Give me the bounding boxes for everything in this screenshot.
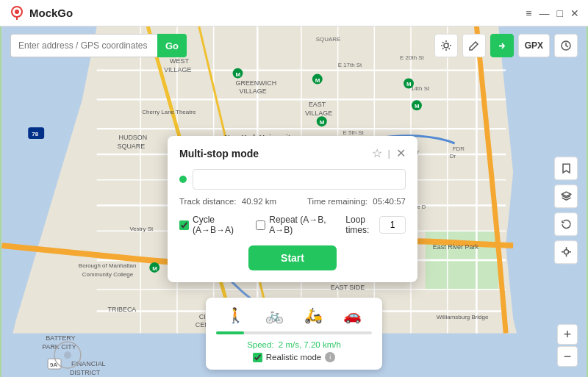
dialog-title: Multi-stop mode (179, 148, 259, 159)
dialog-separator: | (388, 148, 390, 159)
svg-text:M: M (236, 71, 241, 78)
svg-text:SQUARE: SQUARE (316, 36, 341, 43)
svg-text:East River Park: East River Park (433, 243, 479, 251)
window-controls: ≡ — □ ✕ (526, 7, 579, 19)
pencil-button[interactable] (462, 34, 486, 57)
gpx-button[interactable]: GPX (518, 34, 550, 57)
loop-times-row: Loop times: (345, 215, 406, 235)
locate-button[interactable] (554, 240, 578, 264)
svg-text:M: M (320, 119, 325, 126)
bookmark-button[interactable] (554, 157, 578, 180)
transport-car[interactable]: 🚗 (339, 305, 366, 326)
speed-bar[interactable] (216, 331, 372, 334)
svg-text:Cherry Lane Theatre: Cherry Lane Theatre (142, 109, 196, 115)
cycle-checkbox[interactable] (179, 220, 189, 230)
history-button[interactable] (554, 34, 578, 57)
route-dot (179, 176, 187, 183)
multi-stop-dialog: Multi-stop mode ☆ | ✕ Track distance: 40… (168, 136, 417, 282)
dialog-close-btn[interactable]: ✕ (396, 146, 406, 160)
start-button[interactable]: Start (248, 245, 337, 270)
svg-text:BATTERY: BATTERY (46, 334, 75, 342)
dialog-star-btn[interactable]: ☆ (372, 146, 382, 160)
svg-text:E 20th St: E 20th St (400, 54, 424, 61)
go-button[interactable]: Go (157, 34, 187, 57)
right-toolbar (554, 157, 578, 264)
svg-text:EAST: EAST (309, 101, 326, 108)
repeat-checkbox-label[interactable]: Repeat (A→B, A→B) (256, 215, 331, 235)
win-menu-btn[interactable]: ≡ (526, 7, 531, 19)
search-input[interactable] (10, 34, 157, 57)
svg-text:VILLAGE: VILLAGE (305, 109, 332, 117)
svg-text:WEST: WEST (170, 57, 189, 65)
realistic-row: Realistic mode i (216, 352, 372, 362)
realistic-label: Realistic mode (266, 353, 321, 362)
repeat-checkbox[interactable] (256, 220, 265, 230)
svg-text:VILLAGE: VILLAGE (164, 66, 191, 73)
svg-text:Dr: Dr (450, 153, 456, 159)
svg-text:Williamsburg Bridge: Williamsburg Bridge (437, 314, 489, 320)
layers-button[interactable] (554, 184, 578, 208)
transport-modes: 🚶 🚲 🛵 🚗 (216, 305, 372, 326)
svg-text:78: 78 (32, 131, 38, 137)
titlebar: MockGo ≡ — □ ✕ (0, 0, 588, 26)
win-max-btn[interactable]: □ (557, 7, 563, 19)
loop-times-input[interactable] (379, 216, 406, 234)
speed-value: 2 m/s, 7.20 km/h (279, 340, 341, 349)
svg-text:Vestry St: Vestry St (129, 226, 154, 232)
top-toolbar: GPX (434, 34, 578, 57)
transport-bike[interactable]: 🚲 (261, 305, 288, 326)
svg-text:M: M (415, 103, 420, 109)
cycle-checkbox-label[interactable]: Cycle (A→B→A) (179, 215, 241, 235)
svg-text:14th St: 14th St (411, 85, 430, 92)
speed-bar-fill (216, 331, 244, 334)
loop-times-label: Loop times: (345, 215, 375, 235)
info-icon[interactable]: i (325, 352, 335, 362)
svg-point-1 (15, 10, 19, 14)
svg-text:E 5th St: E 5th St (343, 129, 365, 136)
zoom-in-button[interactable]: + (557, 324, 578, 345)
svg-text:M: M (152, 265, 157, 272)
zoom-out-button[interactable]: − (557, 346, 578, 367)
share-button[interactable] (490, 34, 514, 57)
search-bar: Go (10, 34, 187, 57)
svg-text:FDR: FDR (453, 146, 465, 152)
route-input-field[interactable] (193, 169, 406, 190)
win-min-btn[interactable]: — (539, 7, 550, 19)
repeat-label: Repeat (A→B, A→B) (269, 215, 331, 235)
svg-text:Community College: Community College (82, 271, 134, 278)
settings-button[interactable] (434, 34, 458, 57)
app-title: MockGo (29, 7, 73, 19)
realistic-checkbox[interactable] (253, 353, 262, 362)
refresh-button[interactable] (554, 212, 578, 236)
track-distance: Track distance: 40.92 km (179, 197, 276, 206)
svg-text:DISTRICT: DISTRICT (70, 369, 101, 376)
svg-text:VILLAGE: VILLAGE (239, 87, 266, 95)
dialog-header-actions: ☆ | ✕ (372, 146, 406, 160)
win-close-btn[interactable]: ✕ (570, 7, 579, 19)
logo-icon (9, 5, 25, 21)
transport-moped[interactable]: 🛵 (300, 305, 327, 326)
track-info: Track distance: 40.92 km Time remaining:… (179, 197, 406, 206)
svg-text:GREENWICH: GREENWICH (236, 79, 277, 87)
app-logo: MockGo (9, 5, 73, 21)
time-remaining: Time remaining: 05:40:57 (307, 197, 406, 206)
bottom-panel: 🚶 🚲 🛵 🚗 Speed: 2 m/s, 7.20 km/h Realisti… (206, 298, 382, 370)
options-row: Cycle (A→B→A) Repeat (A→B, A→B) Loop tim… (179, 215, 406, 235)
gpx-label: GPX (525, 40, 543, 51)
svg-text:E 17th St: E 17th St (338, 62, 362, 68)
svg-text:EAST SIDE: EAST SIDE (331, 284, 365, 291)
svg-text:M: M (315, 77, 320, 84)
transport-walk[interactable]: 🚶 (222, 305, 249, 326)
cycle-label: Cycle (A→B→A) (193, 215, 241, 235)
dialog-header: Multi-stop mode ☆ | ✕ (179, 146, 406, 160)
zoom-controls: + − (557, 324, 578, 367)
svg-text:M: M (406, 81, 412, 87)
svg-point-88 (444, 43, 448, 48)
speed-text: Speed: 2 m/s, 7.20 km/h (216, 340, 372, 349)
route-input-row (179, 169, 406, 190)
svg-point-90 (564, 250, 568, 254)
svg-text:Borough of Manhattan: Borough of Manhattan (79, 262, 137, 269)
svg-text:FINANCIAL: FINANCIAL (71, 360, 106, 367)
svg-point-87 (64, 351, 71, 359)
svg-text:HUDSON: HUDSON (119, 134, 148, 141)
